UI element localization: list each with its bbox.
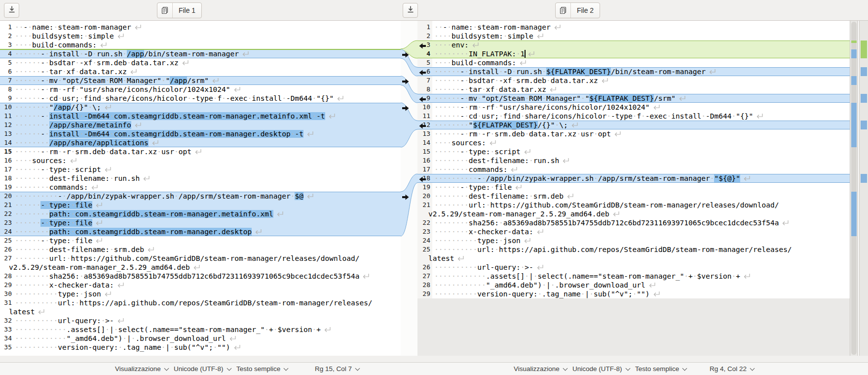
code-line[interactable]: 26········dest-filename:·srm.deb (0, 245, 401, 254)
encoding-dropdown-right[interactable]: Unicode (UTF-8) (572, 363, 630, 375)
code-line[interactable]: 18········dest-filename:·run.sh (0, 174, 401, 183)
code-line[interactable]: 11······-·install·-Dm644·com.steamgriddb… (0, 112, 401, 121)
code-line[interactable]: 35··········version-query:·.tag_name·|·s… (0, 343, 401, 352)
line-number: 9 (0, 94, 12, 102)
right-editor-pane[interactable]: 1··-·name:·steam-rom-manager2····buildsy… (417, 21, 850, 356)
code-line[interactable]: 10······-·rm·-rf·"usr/share/icons/hicolo… (417, 103, 850, 112)
code-line[interactable]: 18··········-·/app/bin/zypak-wrapper.sh·… (417, 174, 850, 183)
push-change-left-button[interactable] (419, 42, 426, 48)
code-line[interactable]: 29········x-checker-data: (0, 281, 401, 290)
code-line[interactable]: 34············"_amd64.deb")·|·.browser_d… (0, 334, 401, 343)
push-change-right-button[interactable] (402, 51, 409, 57)
code-text: ········path:·com.steamgriddb.steam-rom-… (15, 209, 283, 218)
code-line[interactable]: 24········path:·com.steamgriddb.steam-ro… (0, 227, 401, 236)
code-line[interactable]: 25··········url:·https://api.github.com/… (417, 245, 850, 254)
code-text: ······-·rm·-r·srm.deb·data.tar.xz·usr·op… (15, 147, 201, 156)
code-line[interactable]: 30··········type:·json (0, 290, 401, 298)
code-line[interactable]: 13······-·rm·-r·srm.deb·data.tar.xz·usr·… (417, 129, 850, 138)
view-dropdown-right[interactable]: Visualizzazione (514, 363, 567, 375)
code-line[interactable]: 15······-·rm·-r·srm.deb·data.tar.xz·usr·… (0, 147, 401, 156)
save-file2-button[interactable] (403, 3, 418, 18)
push-change-left-button[interactable] (419, 122, 426, 128)
code-line[interactable]: v2.5.29/steam-rom-manager_2.5.29_amd64.d… (417, 209, 850, 218)
file1-selector-button[interactable]: File 1 (157, 2, 202, 18)
push-change-left-button[interactable] (419, 95, 426, 101)
cursor-position-right[interactable]: Rg 4, Col 22 (710, 363, 754, 375)
code-line[interactable]: v2.5.29/steam-rom-manager_2.5.29_amd64.d… (0, 263, 401, 272)
code-line[interactable]: 21········url:·https://github.com/SteamG… (417, 201, 850, 209)
save-file1-button[interactable] (4, 3, 19, 18)
code-line[interactable]: 8······-·tar·xf·data.tar.xz (417, 85, 850, 94)
cursor-position-left[interactable]: Rg 15, Col 7 (315, 363, 359, 375)
code-line[interactable]: 16········dest-filename:·run.sh (417, 156, 850, 165)
code-line[interactable]: 19······-·type:·file (417, 183, 850, 192)
code-line[interactable]: 1··-·name:·steam-rom-manager (0, 23, 401, 32)
push-change-right-button[interactable] (402, 104, 409, 110)
left-editor-pane[interactable]: 1··-·name:·steam-rom-manager2····buildsy… (0, 21, 401, 356)
code-line[interactable]: 12········"${FLATPAK_DEST}/{}"·\; (417, 121, 850, 129)
code-line[interactable]: 20··········-·/app/bin/zypak-wrapper.sh·… (0, 192, 401, 201)
code-line[interactable]: 2····buildsystem:·simple (0, 32, 401, 41)
code-line[interactable]: 21······-·type:·file (0, 201, 401, 209)
file2-selector-button[interactable]: File 2 (555, 2, 600, 18)
code-line[interactable]: 22········path:·com.steamgriddb.steam-ro… (0, 209, 401, 218)
code-line[interactable]: 3····build-commands: (0, 41, 401, 49)
code-line[interactable]: 14····sources: (417, 138, 850, 147)
code-line[interactable]: 9······-·cd·usr;·find·share/icons/hicolo… (0, 94, 401, 103)
code-line[interactable]: 25······-·type:·file (0, 236, 401, 245)
code-text: ··········url:·https://api.github.com/re… (15, 298, 373, 307)
code-line[interactable]: 17······-·type:·script (0, 165, 401, 174)
code-line[interactable]: latest (0, 307, 401, 316)
code-line[interactable]: 33············.assets[]·|·select(.name==… (0, 325, 401, 334)
syntax-dropdown-left[interactable]: Testo semplice (236, 363, 288, 375)
code-line[interactable]: 16····sources: (0, 156, 401, 165)
push-change-left-button[interactable] (419, 175, 426, 181)
code-line[interactable]: 10········"/app/{}"·\; (0, 103, 401, 112)
code-line[interactable]: 15······-·type:·script (417, 147, 850, 156)
code-line[interactable]: 23······-·type:·file (0, 218, 401, 227)
code-line[interactable]: 14········/app/share/applications (0, 138, 401, 147)
view-dropdown-left[interactable]: Visualizzazione (115, 363, 168, 375)
code-line[interactable]: latest (417, 254, 850, 263)
code-line[interactable]: 4······-·install·-D·run.sh·/app/bin/stea… (0, 49, 401, 58)
code-line[interactable]: 6······-·tar·xf·data.tar.xz (0, 67, 401, 76)
push-change-right-button[interactable] (402, 193, 409, 199)
code-line[interactable]: 11······-·cd·usr;·find·share/icons/hicol… (417, 112, 850, 121)
code-line[interactable]: 7······-·mv·"opt/Steam·ROM·Manager"·"/ap… (0, 76, 401, 85)
code-text: ······-·rm·-rf·"usr/share/icons/hicolor/… (15, 85, 240, 94)
code-line[interactable]: 29··········version-query:·.tag_name·|·s… (417, 290, 850, 298)
code-line[interactable]: 4········IN_FLATPAK:·1 (417, 49, 850, 58)
code-line[interactable]: 5······-·bsdtar·-xf·srm.deb·data.tar.xz (0, 58, 401, 67)
code-line[interactable]: 1··-·name:·steam-rom-manager (417, 23, 850, 32)
code-line[interactable]: 20········dest-filename:·srm.deb (417, 192, 850, 201)
scrollbar-thumb[interactable] (851, 22, 857, 355)
code-line[interactable]: 28········sha256:·a85369ad8b758551b74755… (0, 272, 401, 281)
code-line[interactable]: 31··········url:·https://api.github.com/… (0, 298, 401, 307)
code-line[interactable]: 5····build-commands: (417, 58, 850, 67)
syntax-dropdown-right[interactable]: Testo semplice (635, 363, 686, 375)
push-change-right-button[interactable] (402, 78, 409, 83)
chunk-overview-map[interactable] (859, 21, 868, 356)
code-line[interactable]: 13······-·install·-Dm644·com.steamgriddb… (0, 129, 401, 138)
code-line[interactable]: 9······-·mv·"opt/Steam·ROM·Manager"·"${F… (417, 94, 850, 103)
code-line[interactable]: 26··········url-query:·>- (417, 263, 850, 272)
code-text: ··········-·/app/bin/zypak-wrapper.sh·/a… (434, 174, 750, 183)
code-line[interactable]: 27········url:·https://github.com/SteamG… (0, 254, 401, 263)
encoding-dropdown-left[interactable]: Unicode (UTF-8) (174, 363, 231, 375)
code-line[interactable]: 24··········type:·json (417, 236, 850, 245)
code-line[interactable]: 22········sha256:·a85369ad8b758551b74755… (417, 218, 850, 227)
push-change-left-button[interactable] (419, 69, 426, 75)
code-line[interactable]: 27············.assets[]·|·select(.name==… (417, 272, 850, 281)
code-line[interactable]: 6······-·install·-D·run.sh·${FLATPAK_DES… (417, 67, 850, 76)
code-line[interactable]: 12········/app/share/metainfo (0, 121, 401, 129)
code-line[interactable]: 19········commands: (0, 183, 401, 192)
code-line[interactable]: 17········commands: (417, 165, 850, 174)
scrollbar[interactable] (850, 21, 858, 356)
code-line[interactable]: 2····buildsystem:·simple (417, 32, 850, 41)
code-line[interactable]: 7······-·bsdtar·-xf·srm.deb·data.tar.xz (417, 76, 850, 85)
code-line[interactable]: 32··········url-query:·>- (0, 316, 401, 325)
code-line[interactable]: 23········x-checker-data: (417, 227, 850, 236)
code-line[interactable]: 8······-·rm·-rf·"usr/share/icons/hicolor… (0, 85, 401, 94)
code-line[interactable]: 3····env: (417, 41, 850, 49)
code-line[interactable]: 28············"_amd64.deb")·|·.browser_d… (417, 281, 850, 290)
